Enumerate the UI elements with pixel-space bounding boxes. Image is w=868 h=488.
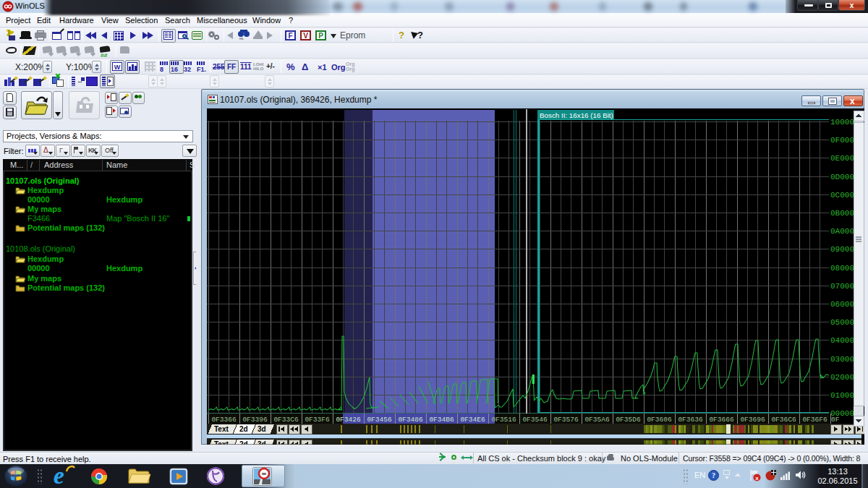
svg-text:01000: 01000 [830, 391, 854, 400]
svg-text:09000: 09000 [830, 245, 854, 254]
svg-text:0F3366: 0F3366 [211, 416, 237, 424]
svg-text:0F35A6: 0F35A6 [584, 416, 610, 424]
svg-text:0F34E6: 0F34E6 [460, 416, 485, 424]
svg-text:0F3516: 0F3516 [491, 416, 516, 424]
svg-text:0F: 0F [831, 416, 840, 424]
svg-text:0F000: 0F000 [830, 136, 854, 145]
svg-text:0F3396: 0F3396 [242, 416, 268, 424]
svg-text:∞: ∞ [262, 470, 267, 477]
svg-text:0F3666: 0F3666 [709, 416, 734, 424]
svg-text:3d: 3d [258, 425, 266, 433]
svg-text:0F3606: 0F3606 [647, 416, 672, 424]
svg-text:0F3546: 0F3546 [522, 416, 548, 424]
svg-text:10000: 10000 [830, 118, 854, 127]
svg-text:0F33C6: 0F33C6 [273, 416, 299, 424]
svg-text:2d: 2d [239, 425, 248, 433]
svg-text:03000: 03000 [830, 355, 854, 364]
svg-text:0F3576: 0F3576 [553, 416, 579, 424]
svg-text:0F35D6: 0F35D6 [616, 416, 641, 424]
svg-text:0F3486: 0F3486 [398, 416, 423, 424]
svg-text:0F33F6: 0F33F6 [305, 416, 330, 424]
svg-text:0F3426: 0F3426 [336, 416, 361, 424]
svg-text:0D000: 0D000 [830, 173, 854, 181]
svg-text:0E000: 0E000 [830, 154, 854, 163]
svg-text:3d: 3d [258, 440, 266, 445]
svg-text:0A000: 0A000 [830, 227, 854, 236]
svg-text:?: ? [712, 471, 715, 479]
svg-text:02000: 02000 [830, 373, 854, 382]
svg-text:0F3636: 0F3636 [678, 416, 703, 424]
svg-text:08000: 08000 [830, 264, 854, 273]
svg-text:Text: Text [214, 440, 229, 445]
svg-text:07000: 07000 [830, 282, 854, 291]
svg-text:0C000: 0C000 [830, 191, 854, 200]
svg-text:Bosch II: 16x16 (16 Bit): Bosch II: 16x16 (16 Bit) [540, 111, 613, 119]
svg-text:05000: 05000 [830, 318, 854, 327]
svg-text:0F34B6: 0F34B6 [429, 416, 454, 424]
svg-text:0F3696: 0F3696 [740, 416, 765, 424]
svg-text:04000: 04000 [830, 336, 854, 345]
svg-text:0F3456: 0F3456 [367, 416, 392, 424]
svg-text:x: x [755, 475, 759, 481]
svg-text:06000: 06000 [830, 300, 854, 309]
svg-text:0F36F6: 0F36F6 [802, 416, 827, 424]
svg-text:0B000: 0B000 [830, 209, 854, 218]
svg-text:0F36C6: 0F36C6 [771, 416, 796, 424]
svg-text:2d: 2d [239, 440, 248, 445]
svg-text:Text: Text [214, 425, 229, 433]
